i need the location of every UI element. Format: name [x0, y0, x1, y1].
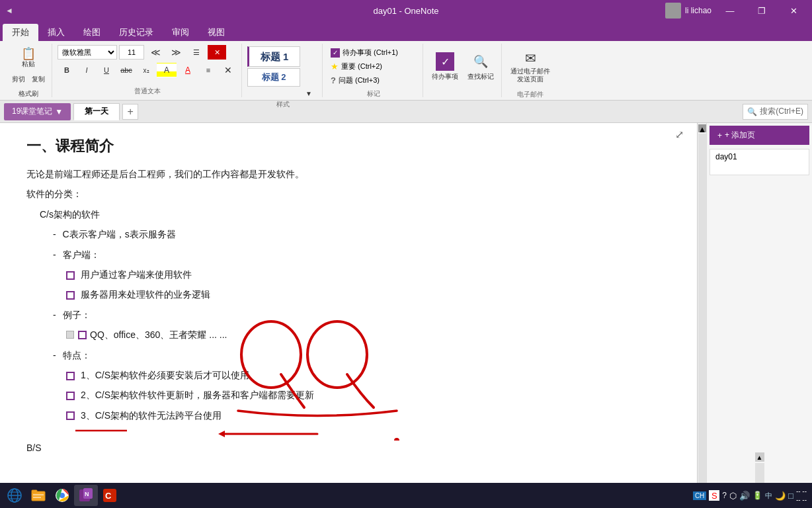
taskbar-chrome[interactable]	[50, 485, 74, 506]
ime-icon[interactable]: CH	[693, 491, 706, 500]
todo-button[interactable]: ✓ 待办事项	[428, 48, 462, 86]
align-button[interactable]: ≡	[199, 63, 218, 77]
line-intro: 无论是前端工程师还是后台工程师，我们的工作内容都是开发软件。	[26, 167, 670, 181]
heading1-style[interactable]: 标题 1	[247, 46, 300, 67]
sogou-icon[interactable]: S	[709, 490, 719, 501]
bold-button[interactable]: B	[58, 63, 76, 77]
add-tab-button[interactable]: +	[122, 104, 138, 120]
help-icon[interactable]: ?	[722, 491, 727, 500]
subscript-button[interactable]: x₂	[137, 63, 155, 77]
tab-start[interactable]: 开始	[3, 24, 38, 41]
line-feature3: 3、C/S架构的软件无法跨平台使用	[66, 408, 670, 423]
email-icon: ✉	[525, 50, 536, 66]
checkbox-server-logic	[66, 291, 75, 300]
dash-icon2: -	[53, 249, 56, 260]
decrease-indent-button[interactable]: ≪	[146, 45, 165, 60]
basic-text-group: 微软雅黑 ≪ ≫ ☰ ✕ B I U abc x₂ A A ≡ ✕ 普通文本	[54, 44, 242, 97]
clear-format-button[interactable]: ✕	[219, 63, 237, 77]
close-button[interactable]: ✕	[780, 4, 807, 17]
heading2-style[interactable]: 标题 2	[247, 68, 300, 87]
add-page-button[interactable]: + + 添加页	[710, 126, 809, 145]
expand-button[interactable]: ⤢	[675, 128, 684, 141]
volume-icon[interactable]: 🔊	[739, 491, 750, 501]
notebook-selector[interactable]: 19课堂笔记 ▼	[4, 103, 71, 120]
font-select[interactable]: 微软雅黑	[58, 45, 117, 60]
email-group: ✉ 通过电子邮件发送页面 电子邮件	[503, 44, 557, 97]
small-square-icon	[66, 331, 74, 339]
highlight-button[interactable]: A	[157, 63, 177, 77]
tab-view[interactable]: 视图	[198, 24, 234, 41]
vertical-scrollbar[interactable]: ▲ ▼	[697, 123, 706, 503]
svg-marker-4	[218, 431, 225, 437]
copy-button[interactable]: 复制	[29, 73, 48, 86]
styles-label: 样式	[276, 99, 290, 109]
format-painter-button[interactable]: 格式刷	[9, 87, 48, 101]
basic-text-label: 普通文本	[134, 85, 161, 96]
style-expand-button[interactable]: ▼	[300, 88, 318, 99]
notification-icon[interactable]: □	[788, 491, 793, 501]
question-tag[interactable]: ? 问题 (Ctrl+3)	[328, 74, 401, 87]
tags-group: ✓ 待办事项 (Ctrl+1) ★ 重要 (Ctrl+2) ? 问题 (Ctrl…	[324, 44, 423, 97]
user-avatar	[665, 3, 681, 19]
scroll-up-button[interactable]: ▲	[698, 124, 706, 132]
red-underline	[75, 425, 670, 435]
checkbox-f3	[66, 411, 75, 420]
tasks-group: ✓ 待办事项 🔍 查找标记	[425, 44, 502, 97]
search-box[interactable]: 🔍 搜索(Ctrl+E)	[743, 104, 808, 120]
notebook-dropdown-icon: ▼	[55, 107, 63, 116]
taskbar-explorer[interactable]	[26, 485, 50, 506]
search-icon: 🔍	[471, 52, 490, 71]
line-feature2: 2、C/S架构软件软件更新时，服务器和客户端都需要更新	[66, 388, 670, 402]
svg-rect-10	[32, 491, 45, 501]
underline-button[interactable]: U	[97, 63, 116, 77]
underline-svg	[75, 428, 128, 433]
system-tray: CH S ? ⬡ 🔊 🔋 中 🌙 □ -- ---- --	[693, 487, 809, 504]
ie-icon	[7, 487, 22, 503]
todo-checkbox-icon: ✓	[331, 48, 340, 58]
search-icon-small: 🔍	[747, 107, 757, 116]
maximize-button[interactable]: ❐	[749, 4, 775, 17]
find-tags-button[interactable]: 🔍 查找标记	[464, 48, 497, 86]
network-icon: ⬡	[729, 491, 737, 501]
list-style-button[interactable]: ✕	[208, 45, 226, 60]
taskbar-ie[interactable]	[3, 485, 26, 506]
tab-insert[interactable]: 插入	[38, 24, 74, 41]
svg-text:C: C	[105, 491, 112, 501]
list-button[interactable]: ☰	[187, 45, 206, 60]
important-tag[interactable]: ★ 重要 (Ctrl+2)	[328, 60, 401, 73]
todo-icon: ✓	[436, 52, 454, 71]
taskbar-onenote[interactable]: N	[74, 485, 98, 506]
scroll-thumb[interactable]	[698, 134, 706, 492]
page-entry-day01[interactable]: day01	[710, 149, 809, 175]
cjk-input-icon[interactable]: 中	[765, 491, 772, 501]
title-left-arrow[interactable]: ◄	[5, 6, 13, 15]
font-color-button[interactable]: A	[178, 63, 198, 77]
send-email-button[interactable]: ✉ 通过电子邮件发送页面	[507, 48, 553, 86]
tab-review[interactable]: 审阅	[163, 24, 198, 41]
red-arrow	[218, 424, 324, 446]
sidebar-scroll-up[interactable]: ▲	[755, 452, 764, 462]
clipboard-group: 📋 粘贴 剪切 复制 格式刷 板	[5, 44, 52, 97]
tab-history[interactable]: 历史记录	[110, 24, 163, 41]
increase-indent-button[interactable]: ≫	[167, 45, 185, 60]
cut-button[interactable]: 剪切	[9, 73, 28, 86]
line-cs-desc: - C表示客户端，s表示服务器	[53, 227, 670, 241]
dash-icon3: -	[53, 310, 56, 320]
ribbon-content: 📋 粘贴 剪切 复制 格式刷 板 微软雅黑 ≪ ≫ ☰ ✕ B I U a	[0, 41, 812, 101]
minimize-button[interactable]: —	[717, 4, 743, 17]
page-tab-first-day[interactable]: 第一天	[73, 103, 120, 120]
strikethrough-button[interactable]: abc	[117, 63, 136, 77]
todo-tag[interactable]: ✓ 待办事项 (Ctrl+1)	[328, 46, 401, 59]
email-label: 电子邮件	[517, 89, 544, 99]
taskbar-cmder[interactable]: C	[98, 485, 122, 506]
line-features: - 特点：	[53, 348, 670, 362]
font-size-input[interactable]	[119, 45, 144, 60]
italic-button[interactable]: I	[77, 63, 96, 77]
styles-group: 标题 1 标题 2 ▼ 样式	[243, 44, 323, 97]
paste-button[interactable]: 📋 粘贴	[9, 45, 48, 71]
tags-label: 标记	[367, 88, 380, 99]
tab-draw[interactable]: 绘图	[74, 24, 110, 41]
svg-rect-13	[33, 497, 41, 498]
content-area[interactable]: ⤢ 一、课程简介 无论是前端工程师还是后台工程师，我们的工作内容都是开发软件。 …	[0, 123, 697, 503]
line-apps: QQ、office、360、王者荣耀 ... ...	[66, 327, 670, 342]
